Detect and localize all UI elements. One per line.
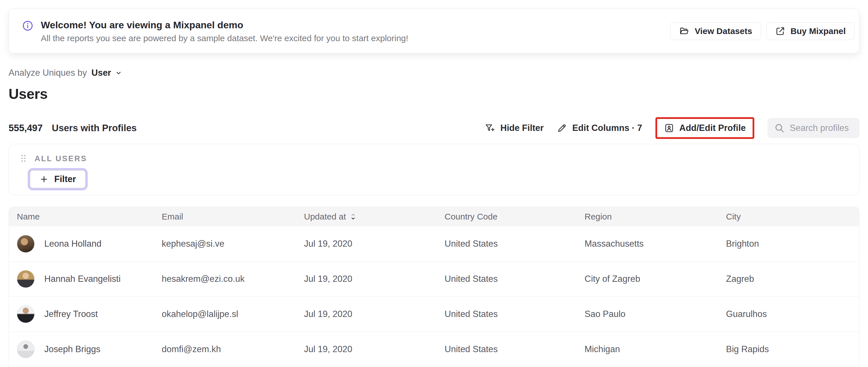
- add-filter-button[interactable]: Filter: [30, 170, 86, 188]
- plus-icon: [39, 175, 49, 184]
- column-header-city[interactable]: City: [726, 212, 859, 221]
- group-label: ALL USERS: [35, 154, 87, 163]
- add-edit-profile-label: Add/Edit Profile: [679, 123, 746, 133]
- buy-mixpanel-button[interactable]: Buy Mixpanel: [766, 22, 855, 40]
- avatar: [17, 305, 35, 323]
- user-updated-at: Jul 19, 2020: [304, 239, 444, 249]
- add-edit-profile-button[interactable]: Add/Edit Profile: [664, 123, 746, 133]
- search-profiles-box[interactable]: [768, 118, 860, 138]
- user-name: Leona Holland: [44, 239, 101, 249]
- view-datasets-label: View Datasets: [694, 26, 752, 36]
- info-icon: [22, 20, 33, 31]
- user-country: United States: [444, 344, 585, 355]
- table-header-row: Name Email Updated at Country Code Regio…: [9, 207, 859, 226]
- profile-badge-icon: [664, 123, 674, 133]
- column-header-email[interactable]: Email: [162, 212, 304, 221]
- user-updated-at: Jul 19, 2020: [304, 274, 444, 284]
- user-name: Hannah Evangelisti: [44, 274, 121, 284]
- user-name: Joseph Briggs: [44, 344, 100, 355]
- user-city: Big Rapids: [726, 344, 859, 355]
- user-region: Michigan: [585, 344, 726, 355]
- filter-button-label: Filter: [54, 174, 76, 184]
- welcome-banner: Welcome! You are viewing a Mixpanel demo…: [8, 8, 860, 54]
- updated-at-label: Updated at: [304, 212, 346, 221]
- edit-columns-label: Edit Columns · 7: [572, 123, 642, 133]
- user-region: Massachusetts: [585, 239, 726, 249]
- folder-icon: [679, 26, 689, 36]
- profile-count-label: Users with Profiles: [52, 123, 136, 133]
- edit-columns-button[interactable]: Edit Columns · 7: [557, 123, 642, 133]
- user-name: Jeffrey Troost: [44, 309, 98, 319]
- search-profiles-input[interactable]: [790, 123, 852, 133]
- table-row[interactable]: Leona Holland kephesaj@si.ve Jul 19, 202…: [9, 226, 859, 262]
- banner-subtitle: All the reports you see are powered by a…: [41, 33, 408, 43]
- avatar: [17, 340, 35, 358]
- sort-icon[interactable]: [349, 212, 357, 221]
- user-country: United States: [444, 274, 585, 284]
- user-region: Sao Paulo: [585, 309, 726, 319]
- user-country: United States: [444, 309, 585, 319]
- chevron-down-icon[interactable]: [115, 69, 123, 77]
- user-city: Zagreb: [726, 274, 859, 284]
- hide-filter-button[interactable]: Hide Filter: [485, 123, 544, 133]
- banner-title: Welcome! You are viewing a Mixpanel demo: [41, 19, 408, 31]
- user-email: hesakrem@ezi.co.uk: [162, 274, 304, 284]
- buy-mixpanel-label: Buy Mixpanel: [790, 26, 846, 36]
- filter-panel: ALL USERS Filter: [8, 144, 860, 195]
- page-title: Users: [8, 86, 868, 102]
- analyze-by-dropdown[interactable]: User: [91, 68, 111, 78]
- column-header-name[interactable]: Name: [17, 212, 162, 221]
- avatar: [17, 235, 35, 253]
- filter-button-focus-ring: Filter: [28, 168, 88, 190]
- user-email: kephesaj@si.ve: [162, 239, 304, 249]
- column-header-updated-at[interactable]: Updated at: [304, 212, 444, 221]
- add-edit-profile-highlight: Add/Edit Profile: [655, 117, 754, 139]
- external-link-icon: [775, 26, 785, 36]
- view-datasets-button[interactable]: View Datasets: [670, 22, 761, 40]
- search-icon: [774, 123, 784, 133]
- users-table: Name Email Updated at Country Code Regio…: [8, 207, 860, 367]
- hide-filter-label: Hide Filter: [500, 123, 544, 133]
- user-email: domfi@zem.kh: [162, 344, 304, 355]
- user-country: United States: [444, 239, 585, 249]
- user-city: Brighton: [726, 239, 859, 249]
- table-row[interactable]: Jeffrey Troost okahelop@lalijpe.sl Jul 1…: [9, 297, 859, 332]
- user-updated-at: Jul 19, 2020: [304, 309, 444, 319]
- table-row[interactable]: Hannah Evangelisti hesakrem@ezi.co.uk Ju…: [9, 262, 859, 297]
- table-row[interactable]: Joseph Briggs domfi@zem.kh Jul 19, 2020 …: [9, 332, 859, 367]
- filter-funnel-icon: [485, 123, 495, 133]
- pencil-icon: [557, 123, 567, 133]
- user-email: okahelop@lalijpe.sl: [162, 309, 304, 319]
- user-updated-at: Jul 19, 2020: [304, 344, 444, 355]
- column-header-region[interactable]: Region: [585, 212, 726, 221]
- avatar: [17, 270, 35, 288]
- column-header-country-code[interactable]: Country Code: [444, 212, 585, 221]
- drag-handle-icon[interactable]: [19, 154, 28, 163]
- analyze-uniques-label: Analyze Uniques by: [8, 68, 87, 78]
- profile-count: 555,497: [8, 123, 42, 133]
- user-city: Guarulhos: [726, 309, 859, 319]
- user-region: City of Zagreb: [585, 274, 726, 284]
